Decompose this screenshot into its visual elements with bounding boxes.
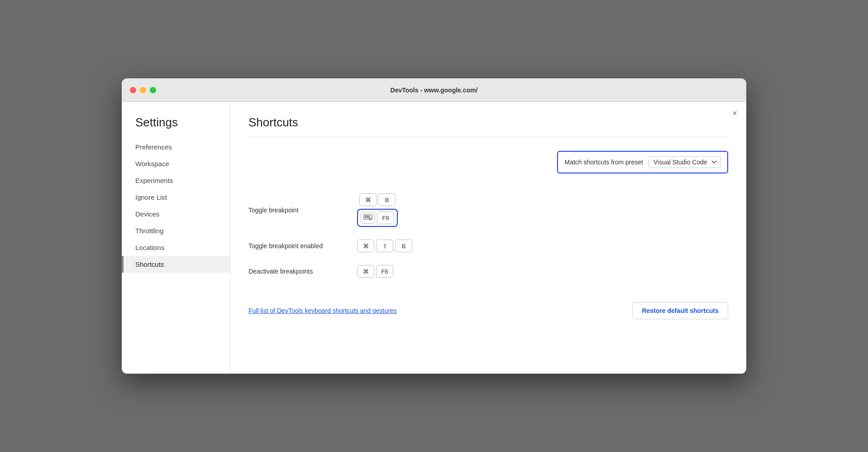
shortcut-keys: ⌘ F8 bbox=[357, 265, 393, 278]
key-f9: F9 bbox=[377, 212, 394, 224]
key-group-cmd-b: ⌘ B bbox=[359, 193, 396, 206]
sidebar-item-locations[interactable]: Locations bbox=[122, 239, 230, 256]
key-shift: ⇧ bbox=[376, 240, 393, 252]
shortcut-name: Toggle breakpoint enabled bbox=[248, 242, 348, 250]
preset-container: Match shortcuts from preset Visual Studi… bbox=[557, 151, 728, 173]
shortcut-name: Deactivate breakpoints bbox=[248, 268, 348, 275]
maximize-traffic-light[interactable] bbox=[150, 87, 156, 93]
restore-defaults-button[interactable]: Restore default shortcuts bbox=[632, 302, 728, 319]
shortcut-keys: ⌘ ⇧ B bbox=[357, 240, 412, 252]
sidebar-title: Settings bbox=[122, 115, 230, 139]
key-group-cmd-shift-b: ⌘ ⇧ B bbox=[357, 240, 412, 252]
shortcut-row-toggle-enabled: Toggle breakpoint enabled ⌘ ⇧ B bbox=[248, 233, 728, 259]
sidebar-item-shortcuts[interactable]: Shortcuts bbox=[122, 256, 230, 273]
keyboard-remap-icon bbox=[361, 212, 375, 224]
content-area: Shortcuts Match shortcuts from preset Vi… bbox=[230, 102, 746, 374]
key-group-f9-highlighted: F9 bbox=[357, 209, 398, 227]
svg-rect-2 bbox=[367, 216, 368, 217]
title-bar: DevTools - www.google.com/ bbox=[122, 78, 746, 102]
key-cmd: ⌘ bbox=[357, 265, 374, 278]
shortcut-keys: ⌘ B bbox=[357, 193, 398, 227]
divider bbox=[248, 137, 728, 137]
sidebar-item-devices[interactable]: Devices bbox=[122, 206, 230, 222]
sidebar-item-experiments[interactable]: Experiments bbox=[122, 172, 230, 189]
preset-select[interactable]: Visual Studio Code DevTools (Default) bbox=[649, 156, 721, 168]
key-group-cmd-f8: ⌘ F8 bbox=[357, 265, 393, 278]
footer-row: Full list of DevTools keyboard shortcuts… bbox=[248, 298, 728, 319]
svg-rect-1 bbox=[365, 216, 366, 217]
page-title: Shortcuts bbox=[248, 115, 728, 130]
keyboard-shortcuts-link[interactable]: Full list of DevTools keyboard shortcuts… bbox=[248, 307, 397, 314]
key-b: B bbox=[378, 193, 396, 206]
sidebar-item-throttling[interactable]: Throttling bbox=[122, 222, 230, 239]
preset-row: Match shortcuts from preset Visual Studi… bbox=[248, 151, 728, 173]
sidebar: Settings Preferences Workspace Experimen… bbox=[122, 102, 230, 374]
window: DevTools - www.google.com/ × Settings Pr… bbox=[122, 78, 746, 374]
shortcut-name: Toggle breakpoint bbox=[248, 207, 348, 214]
sidebar-item-preferences[interactable]: Preferences bbox=[122, 139, 230, 155]
preset-label: Match shortcuts from preset bbox=[564, 159, 643, 166]
key-cmd: ⌘ bbox=[359, 193, 377, 206]
svg-rect-3 bbox=[368, 216, 370, 217]
main-content: × Settings Preferences Workspace Experim… bbox=[122, 102, 746, 374]
sidebar-item-workspace[interactable]: Workspace bbox=[122, 155, 230, 172]
traffic-lights bbox=[130, 87, 156, 93]
shortcuts-list: Toggle breakpoint ⌘ B bbox=[248, 187, 728, 284]
window-title: DevTools - www.google.com/ bbox=[391, 87, 478, 94]
close-traffic-light[interactable] bbox=[130, 87, 136, 93]
sidebar-item-ignore-list[interactable]: Ignore List bbox=[122, 189, 230, 206]
shortcut-row-deactivate: Deactivate breakpoints ⌘ F8 bbox=[248, 259, 728, 284]
key-f8: F8 bbox=[376, 265, 393, 278]
shortcut-row-toggle-breakpoint: Toggle breakpoint ⌘ B bbox=[248, 187, 728, 233]
minimize-traffic-light[interactable] bbox=[140, 87, 146, 93]
svg-rect-5 bbox=[367, 217, 368, 219]
key-b: B bbox=[395, 240, 412, 252]
svg-rect-4 bbox=[365, 217, 366, 219]
key-cmd: ⌘ bbox=[357, 240, 374, 252]
